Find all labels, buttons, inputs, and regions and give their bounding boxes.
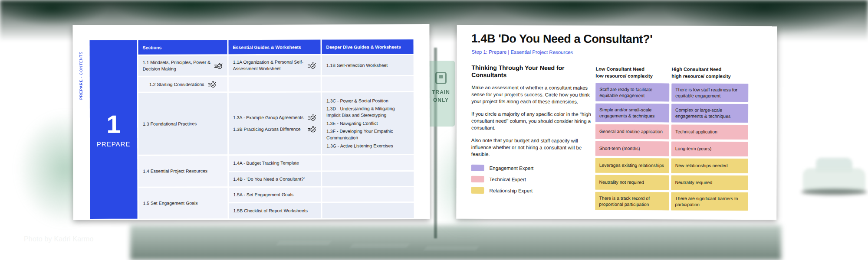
essential-1-1a-label: 1.1A Organization & Personal Self-Assess… (233, 59, 304, 72)
essential-1-1a-cell: 1.1A Organization & Personal Self-Assess… (229, 55, 321, 76)
unit-cell: 1 PREPARE (90, 40, 138, 219)
stopwatch-icon (308, 126, 316, 133)
deeper-1-3-item: 1.3C - Power & Social Position (326, 98, 409, 104)
intro-heading: Thinking Through Your Need for Consultan… (471, 64, 585, 79)
deeper-1-3-cell: 1.3C - Power & Social Position 1.3D - Un… (322, 92, 414, 154)
deeper-1-3-item: 1.3F - Developing Your Empathic Communic… (326, 128, 409, 141)
low-need-header: Low Consultant Need low resource/ comple… (595, 66, 669, 80)
essential-1-5a-label: 1.5A - Set Engagement Goals (233, 192, 316, 198)
low-need-header-line2: low resource/ complexity (595, 73, 669, 80)
train-only-sign: TRAIN ONLY (427, 61, 455, 127)
need-table-row: There is a track record of proportional … (595, 192, 748, 211)
need-comparison-table: Low Consultant Need low resource/ comple… (595, 66, 748, 213)
intro-paragraph: Also note that your budget and staff cap… (471, 137, 595, 158)
essential-1-2-empty-cell (229, 77, 321, 92)
breadcrumb: Step 1: Prepare | Essential Project Reso… (472, 49, 573, 55)
background-car-shadow (801, 189, 867, 195)
need-cell-low: General and routine application (595, 124, 669, 139)
legend-label: Engagement Expert (490, 166, 534, 171)
deeper-1-3-item: 1.3E - Navigating Conflict (326, 120, 409, 127)
need-table-rows: Staff are ready to facilitate equitable … (595, 83, 748, 211)
engagement-swatch (471, 165, 484, 171)
crosswalk-stripe (350, 244, 409, 248)
crosswalk-stripe (424, 246, 479, 250)
side-label-primary: PREPARE (79, 79, 83, 100)
sign-text-line2: ONLY (433, 96, 449, 104)
low-need-header-line1: Low Consultant Need (595, 66, 669, 73)
essential-1-4a-cell: 1.4A - Budget Tracking Template (229, 156, 321, 171)
essential-1-4a-label: 1.4A - Budget Tracking Template (233, 160, 316, 166)
need-table-row: Short-term (months)Long-term (years) (595, 141, 748, 156)
need-cell-high: Technical application (671, 124, 748, 140)
high-need-header: High Consultant Need high resource/ comp… (671, 66, 748, 80)
section-1-1-label: 1.1 Mindsets, Principles, Power & Decisi… (143, 59, 211, 72)
need-cell-high: Long-term (years) (671, 141, 748, 156)
deeper-1-4-empty-cell (322, 155, 414, 171)
need-cell-low: Neutrality not required (595, 175, 669, 190)
relationship-swatch (471, 187, 484, 194)
need-table-row: General and routine applicationTechnical… (595, 124, 748, 139)
deeper-1-1b-cell: 1.1B Self-reflection Worksheet (322, 55, 414, 75)
need-cell-low: There is a track record of proportional … (595, 192, 669, 210)
deeper-1-3-item: 1.3D - Understanding & Mitigating Implic… (326, 105, 409, 118)
deeper-1-2-empty-cell (322, 76, 414, 91)
stopwatch-icon (308, 62, 316, 69)
section-1-3-cell: 1.3 Foundational Practices (138, 93, 227, 155)
column-header-essential: Essential Guides & Worksheets (229, 40, 321, 55)
need-cell-low: Staff are ready to facilitate equitable … (595, 83, 669, 102)
high-need-header-line1: High Consultant Need (671, 66, 748, 73)
contents-table: 1 PREPARE Sections Essential Guides & Wo… (90, 39, 414, 219)
legend-item: Relationship Expert (471, 187, 595, 194)
section-1-2-cell: 1.2 Starting Considerations (138, 77, 227, 92)
train-icon (435, 72, 447, 84)
essential-1-3a-entry: 1.3A - Example Group Agreements (233, 114, 316, 122)
section-1-5-label: 1.5 Set Engagement Goals (143, 200, 223, 206)
contents-slide: PREPARE - CONTENTS 1 PREPARE Sections Es… (72, 24, 430, 220)
intro-column: Thinking Through Your Need for Consultan… (471, 64, 595, 199)
essential-1-4b-cell: 1.4B - 'Do You Need a Consultant?' (229, 172, 321, 187)
column-header-deeper: Deeper Dive Guides & Worksheets (322, 39, 414, 54)
essential-1-5b-label: 1.5B Checklist of Report Worksheets (233, 208, 317, 214)
deeper-1-5-empty-cell (322, 187, 414, 202)
background-car (816, 158, 852, 172)
unit-label: PREPARE (97, 140, 131, 147)
intro-paragraph: Make an assessment of whether a consulta… (471, 84, 595, 105)
need-cell-low: Short-term (months) (595, 141, 669, 156)
need-table-row: Staff are ready to facilitate equitable … (595, 83, 748, 102)
need-cell-high: Neutrality required (671, 175, 748, 190)
essential-1-5b-cell: 1.5B Checklist of Report Worksheets (229, 203, 321, 219)
deeper-1-5-empty-cell (322, 203, 414, 218)
intro-paragraph: If you circle a majority of any specific… (471, 110, 595, 132)
side-label: PREPARE - CONTENTS (79, 30, 83, 100)
column-header-sections: Sections (138, 40, 227, 55)
legend-label: Technical Expert (490, 177, 526, 182)
deeper-1-4-empty-cell (322, 172, 414, 186)
essential-1-4b-label: 1.4B - 'Do You Need a Consultant?' (233, 176, 316, 182)
essential-1-3a-label: 1.3A - Example Group Agreements (233, 114, 303, 121)
need-cell-low: Leverages existing relationships (595, 158, 669, 173)
need-cell-high: New relationships needed (671, 158, 748, 173)
need-cell-low: Simple and/or small-scale engagements & … (595, 104, 669, 122)
deeper-1-1b-label: 1.1B Self-reflection Worksheet (326, 62, 409, 68)
essential-1-5a-cell: 1.5A - Set Engagement Goals (229, 188, 321, 202)
section-1-3-label: 1.3 Foundational Practices (143, 120, 223, 127)
unit-number: 1 (106, 111, 120, 136)
background-road (130, 225, 781, 260)
expert-legend: Engagement Expert Technical Expert Relat… (471, 165, 595, 194)
need-cell-high: There is low staff readiness for equitab… (671, 83, 748, 102)
need-cell-high: There are significant barriers to partic… (671, 192, 748, 211)
background-car (803, 168, 865, 192)
photo-credit: Photo by Kadri Karmo (24, 235, 94, 243)
need-table-row: Neutrality not requiredNeutrality requir… (595, 175, 748, 190)
section-1-4-label: 1.4 Essential Project Resources (143, 168, 223, 174)
stopwatch-icon (308, 114, 316, 121)
legend-item: Engagement Expert (471, 165, 595, 172)
need-table-row: Leverages existing relationshipsNew rela… (595, 158, 748, 173)
section-1-2-label: 1.2 Starting Considerations (149, 81, 204, 88)
page-title: 1.4B 'Do You Need a Consultant?' (471, 32, 653, 46)
need-cell-high: Complex or large-scale engagements & tec… (671, 104, 748, 123)
legend-label: Relationship Expert (489, 188, 533, 193)
deeper-1-3-item: 1.3G - Active Listening Exercises (326, 143, 409, 149)
section-1-5-cell: 1.5 Set Engagement Goals (138, 188, 227, 219)
legend-item: Technical Expert (471, 176, 595, 183)
